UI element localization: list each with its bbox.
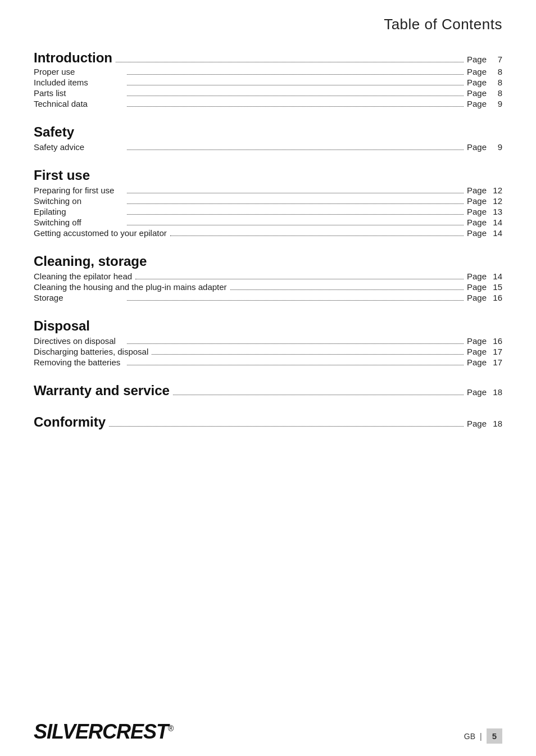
heading-conformity: Conformity [34, 414, 106, 430]
page-num-introduction: 7 [491, 55, 502, 64]
entry-page-num-introduction-2: 8 [491, 88, 502, 98]
entry-cleaning-storage-1: Cleaning the housing and the plug-in mai… [34, 282, 502, 292]
entry-page-num-safety-0: 9 [491, 142, 502, 152]
entry-label-cleaning-storage-0: Cleaning the epilator head [34, 271, 132, 281]
entry-page-num-cleaning-storage-1: 15 [491, 282, 502, 292]
entry-page-label-first-use-3: Page [467, 218, 487, 227]
footer-right: GB | 5 [464, 728, 502, 744]
entry-introduction-1: Included itemsPage8 [34, 78, 502, 87]
entry-dots-first-use-0 [127, 193, 464, 193]
entry-label-introduction-1: Included items [34, 78, 124, 87]
heading-row-conformity: ConformityPage18 [34, 414, 502, 430]
footer-page-number: 5 [487, 728, 502, 744]
entry-first-use-4: Getting accustomed to your epilatorPage1… [34, 228, 502, 238]
entry-page-label-cleaning-storage-0: Page [467, 271, 487, 281]
brand-crest: Crest [102, 720, 168, 743]
page-label-conformity: Page [467, 419, 487, 428]
entry-page-label-disposal-2: Page [467, 357, 487, 367]
page-num-warranty: 18 [491, 387, 502, 397]
entry-label-disposal-1: Discharging batteries, disposal [34, 347, 148, 356]
footer: SilverCrest® GB | 5 [0, 710, 536, 756]
entry-page-label-first-use-0: Page [467, 185, 487, 195]
entry-page-label-introduction-1: Page [467, 78, 487, 87]
dots-warranty [173, 395, 464, 395]
heading-safety: Safety [34, 124, 502, 140]
entry-page-num-cleaning-storage-2: 16 [491, 293, 502, 302]
section-conformity: ConformityPage18 [34, 414, 502, 430]
entry-page-num-first-use-2: 13 [491, 207, 502, 216]
entry-disposal-0: Directives on disposalPage16 [34, 336, 502, 346]
registered-icon: ® [168, 724, 173, 733]
heading-warranty: Warranty and service [34, 383, 170, 399]
entry-introduction-2: Parts listPage8 [34, 88, 502, 98]
entry-page-label-cleaning-storage-2: Page [467, 293, 487, 302]
entry-page-label-introduction-0: Page [467, 67, 487, 76]
entry-disposal-1: Discharging batteries, disposalPage17 [34, 347, 502, 356]
entry-introduction-3: Technical dataPage9 [34, 99, 502, 108]
entry-introduction-0: Proper usePage8 [34, 67, 502, 76]
footer-separator: | [480, 732, 482, 741]
section-safety: SafetySafety advicePage9 [34, 124, 502, 152]
entry-dots-cleaning-storage-2 [127, 300, 464, 301]
entry-dots-first-use-3 [127, 225, 464, 225]
entry-page-num-first-use-3: 14 [491, 218, 502, 227]
entry-page-label-disposal-0: Page [467, 336, 487, 346]
entry-page-label-first-use-2: Page [467, 207, 487, 216]
entry-label-first-use-3: Switching off [34, 218, 124, 227]
entry-safety-0: Safety advicePage9 [34, 142, 502, 152]
entry-page-num-cleaning-storage-0: 14 [491, 271, 502, 281]
entry-dots-cleaning-storage-1 [230, 289, 464, 290]
entry-page-label-introduction-3: Page [467, 99, 487, 108]
entry-first-use-0: Preparing for first usePage12 [34, 185, 502, 195]
entry-dots-first-use-2 [127, 214, 464, 215]
entry-label-cleaning-storage-1: Cleaning the housing and the plug-in mai… [34, 282, 227, 292]
page: Table of Contents IntroductionPage7Prope… [0, 0, 536, 756]
entry-page-label-introduction-2: Page [467, 88, 487, 98]
entry-page-label-first-use-4: Page [467, 228, 487, 238]
section-disposal: DisposalDirectives on disposalPage16Disc… [34, 318, 502, 367]
entry-page-num-disposal-2: 17 [491, 357, 502, 367]
entry-page-num-introduction-1: 8 [491, 78, 502, 87]
entry-label-safety-0: Safety advice [34, 142, 124, 152]
entry-label-first-use-1: Switching on [34, 196, 124, 206]
page-label-warranty: Page [467, 387, 487, 397]
entry-dots-first-use-4 [170, 236, 464, 236]
entry-dots-first-use-1 [127, 203, 464, 204]
entry-page-num-disposal-1: 17 [491, 347, 502, 356]
entry-cleaning-storage-2: StoragePage16 [34, 293, 502, 302]
entry-dots-safety-0 [127, 150, 464, 150]
entry-page-label-cleaning-storage-1: Page [467, 282, 487, 292]
entry-page-num-first-use-0: 12 [491, 185, 502, 195]
section-first-use: First usePreparing for first usePage12Sw… [34, 168, 502, 238]
entry-label-first-use-0: Preparing for first use [34, 185, 124, 195]
entry-page-num-first-use-1: 12 [491, 196, 502, 206]
entry-page-num-first-use-4: 14 [491, 228, 502, 238]
entry-dots-introduction-2 [127, 96, 464, 96]
entry-page-num-disposal-0: 16 [491, 336, 502, 346]
heading-disposal: Disposal [34, 318, 502, 334]
toc-content: IntroductionPage7Proper usePage8Included… [0, 39, 536, 463]
page-num-conformity: 18 [491, 419, 502, 428]
entry-label-introduction-0: Proper use [34, 67, 124, 76]
entry-cleaning-storage-0: Cleaning the epilator headPage14 [34, 271, 502, 281]
brand-silver: Silver [34, 720, 102, 743]
entry-first-use-3: Switching offPage14 [34, 218, 502, 227]
entry-first-use-1: Switching onPage12 [34, 196, 502, 206]
heading-introduction: Introduction [34, 50, 112, 66]
entry-dots-introduction-0 [127, 74, 464, 75]
page-label-introduction: Page [467, 55, 487, 64]
footer-country: GB [464, 732, 475, 741]
entry-page-label-disposal-1: Page [467, 347, 487, 356]
entry-first-use-2: EpilatingPage13 [34, 207, 502, 216]
entry-label-introduction-3: Technical data [34, 99, 124, 108]
entry-dots-introduction-3 [127, 106, 464, 107]
entry-disposal-2: Removing the batteriesPage17 [34, 357, 502, 367]
entry-label-first-use-4: Getting accustomed to your epilator [34, 228, 167, 238]
header: Table of Contents [0, 0, 536, 39]
entry-label-introduction-2: Parts list [34, 88, 124, 98]
entry-label-first-use-2: Epilating [34, 207, 124, 216]
entry-label-cleaning-storage-2: Storage [34, 293, 124, 302]
dots-conformity [109, 426, 464, 427]
entry-page-num-introduction-0: 8 [491, 67, 502, 76]
entry-dots-introduction-1 [127, 85, 464, 85]
